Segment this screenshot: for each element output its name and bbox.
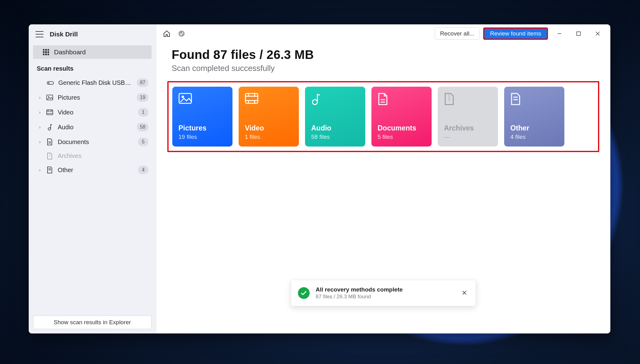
- category-cards: Pictures19 files Video1 files Audio58 fi…: [167, 81, 599, 152]
- svg-rect-1: [48, 82, 50, 84]
- home-icon[interactable]: [161, 28, 172, 39]
- close-button[interactable]: [590, 27, 605, 40]
- minimize-button[interactable]: [552, 27, 567, 40]
- archive-icon: [444, 93, 492, 105]
- card-documents[interactable]: Documents5 files: [371, 87, 432, 147]
- topbar: Recover all... Review found items: [156, 24, 610, 43]
- other-file-icon: [46, 167, 53, 173]
- sidebar-header: Disk Drill: [29, 24, 156, 43]
- card-audio[interactable]: Audio58 files: [305, 87, 365, 147]
- item-label: Documents: [58, 139, 134, 146]
- audio-icon: [46, 124, 53, 130]
- svg-rect-4: [47, 110, 53, 115]
- count-badge: 4: [138, 166, 148, 174]
- review-found-items-button[interactable]: Review found items: [483, 27, 548, 40]
- card-title: Video: [245, 124, 293, 132]
- card-title: Pictures: [178, 124, 226, 132]
- card-count: 1 files: [245, 134, 293, 140]
- sidebar-item-documents[interactable]: › Documents 5: [33, 135, 152, 149]
- sidebar-item-audio[interactable]: › Audio 58: [33, 120, 152, 134]
- picture-icon: [46, 95, 53, 100]
- svg-rect-22: [245, 93, 258, 103]
- device-count-badge: 87: [137, 78, 148, 87]
- count-badge: 1: [138, 108, 148, 117]
- video-icon: [46, 110, 53, 115]
- picture-icon: [178, 93, 226, 104]
- svg-point-15: [178, 31, 185, 37]
- card-count: 19 files: [178, 134, 226, 140]
- card-count: —: [444, 134, 492, 140]
- toast-title: All recovery methods complete: [316, 286, 454, 293]
- sidebar-item-pictures[interactable]: › Pictures 19: [33, 91, 152, 104]
- main-panel: Recover all... Review found items Found …: [156, 24, 610, 333]
- card-title: Documents: [378, 124, 425, 132]
- usb-drive-icon: [47, 80, 54, 85]
- document-icon: [378, 93, 425, 105]
- item-label: Archives: [58, 152, 148, 159]
- chevron-right-icon: ›: [38, 110, 42, 115]
- svg-point-21: [182, 96, 184, 98]
- sidebar-item-dashboard[interactable]: Dashboard: [33, 45, 152, 59]
- item-label: Video: [58, 109, 134, 116]
- headline: Found 87 files / 26.3 MB Scan completed …: [156, 43, 610, 73]
- video-icon: [245, 93, 293, 104]
- card-count: 58 files: [311, 134, 359, 140]
- svg-point-9: [48, 128, 51, 130]
- card-title: Archives: [444, 124, 492, 132]
- chevron-right-icon: ›: [38, 125, 42, 130]
- show-in-explorer-button[interactable]: Show scan results in Explorer: [33, 316, 152, 329]
- card-archives: Archives—: [438, 87, 498, 147]
- count-badge: 19: [137, 93, 148, 102]
- toast-subtitle: 87 files / 26.3 MB found: [316, 294, 454, 300]
- item-label: Pictures: [58, 94, 132, 101]
- dashboard-icon: [43, 49, 49, 55]
- card-title: Other: [510, 124, 558, 132]
- card-video[interactable]: Video1 files: [239, 87, 299, 147]
- archive-icon: [46, 153, 53, 159]
- count-badge: 5: [138, 138, 148, 146]
- recover-all-button[interactable]: Recover all...: [435, 27, 479, 40]
- item-label: Other: [58, 167, 134, 174]
- sidebar-item-video[interactable]: › Video 1: [33, 105, 152, 119]
- svg-rect-17: [577, 32, 580, 35]
- card-other[interactable]: Other4 files: [504, 87, 564, 147]
- scan-results-header: Scan results: [29, 59, 156, 75]
- dashboard-label: Dashboard: [54, 48, 86, 56]
- card-count: 5 files: [378, 134, 425, 140]
- sidebar-item-archives: › Archives: [33, 150, 152, 162]
- page-subtitle: Scan completed successfully: [172, 64, 610, 73]
- hamburger-icon[interactable]: [36, 31, 44, 37]
- item-label: Audio: [58, 124, 132, 131]
- svg-point-29: [312, 100, 317, 105]
- document-icon: [46, 139, 53, 145]
- toast-text: All recovery methods complete 87 files /…: [316, 286, 454, 300]
- verify-badge-icon[interactable]: [176, 28, 187, 39]
- chevron-right-icon: ›: [38, 95, 42, 100]
- maximize-button[interactable]: [571, 27, 586, 40]
- card-pictures[interactable]: Pictures19 files: [172, 87, 232, 147]
- close-icon[interactable]: ✕: [460, 289, 469, 297]
- audio-icon: [311, 93, 359, 105]
- sidebar-item-other[interactable]: › Other 4: [33, 163, 152, 177]
- card-title: Audio: [311, 124, 359, 132]
- count-badge: 58: [137, 123, 148, 131]
- sidebar: Disk Drill Dashboard Scan results Generi…: [29, 24, 156, 333]
- toast-notification: All recovery methods complete 87 files /…: [291, 280, 476, 306]
- sidebar-item-device[interactable]: Generic Flash Disk USB D... 87: [33, 76, 152, 89]
- checkmark-icon: [298, 287, 310, 299]
- device-label: Generic Flash Disk USB D...: [58, 79, 132, 86]
- other-file-icon: [510, 93, 558, 105]
- app-title: Disk Drill: [50, 31, 78, 38]
- chevron-right-icon: ›: [38, 168, 42, 172]
- app-window: Disk Drill Dashboard Scan results Generi…: [29, 24, 610, 333]
- svg-point-3: [48, 96, 49, 97]
- card-count: 4 files: [510, 134, 558, 140]
- chevron-right-icon: ›: [38, 139, 42, 144]
- page-title: Found 87 files / 26.3 MB: [172, 48, 610, 62]
